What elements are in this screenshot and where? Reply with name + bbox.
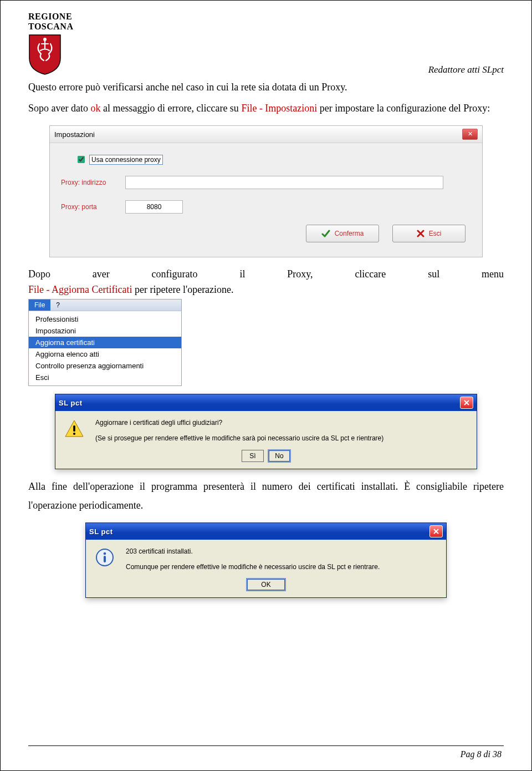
warning-icon — [64, 419, 84, 439]
page-header: REGIONE TOSCANA Redattore atti SLpct — [28, 12, 504, 75]
proxy-address-label: Proxy: indirizzo — [61, 179, 116, 186]
conferma-button[interactable]: Conferma — [306, 225, 379, 242]
menu-item-controllo-aggiornamenti[interactable]: Controllo presenza aggiornamenti — [29, 360, 181, 372]
p3-w5: Proxy, — [287, 268, 313, 280]
paragraph-3: Dopo aver configurato il Proxy, cliccare… — [28, 268, 504, 280]
use-proxy-label: Usa connessione proxy — [89, 155, 163, 165]
paragraph-1: Questo errore può verificarsi anche nel … — [28, 78, 504, 97]
p3-w7: sul — [428, 268, 439, 280]
ok-button[interactable]: OK — [247, 579, 285, 591]
dialog-impostazioni-buttons: Conferma Esci — [61, 225, 466, 242]
p3-w6: cliccare — [355, 268, 386, 280]
close-button[interactable]: ✕ — [462, 129, 478, 140]
menubar: File ? — [29, 300, 181, 311]
dialog-impostazioni-titlebar: Impostazioni ✕ — [50, 126, 482, 143]
proxy-port-row: Proxy: porta — [61, 200, 471, 214]
p2-link-file-impostazioni: File - Impostazioni — [241, 103, 317, 114]
p3-w2: aver — [93, 268, 110, 280]
info-line1: 203 certificati installati. — [126, 547, 437, 555]
region-name-2: TOSCANA — [28, 22, 73, 32]
logo-block: REGIONE TOSCANA — [28, 12, 73, 75]
dialog-confirm-title: SL pct — [59, 399, 83, 407]
menu-item-impostazioni[interactable]: Impostazioni — [29, 325, 181, 337]
p3-w4: il — [239, 268, 245, 280]
p3-w3: configurato — [152, 268, 198, 280]
regione-toscana-shield-icon — [28, 34, 62, 75]
dialog-info-buttons: OK — [86, 579, 446, 597]
proxy-address-input[interactable] — [125, 176, 443, 189]
menu-item-professionisti[interactable]: Professionisti — [29, 313, 181, 325]
dialog-info-titlebar: SL pct — [86, 523, 446, 540]
close-button[interactable] — [429, 525, 443, 537]
p2-ok: ok — [90, 103, 100, 114]
use-proxy-checkbox-row: Usa connessione proxy — [75, 154, 471, 165]
proxy-port-label: Proxy: porta — [61, 203, 116, 211]
footer-rule — [28, 745, 504, 746]
x-icon — [417, 230, 424, 237]
menu-item-aggiorna-certificati[interactable]: Aggiorna certificati — [29, 337, 181, 348]
svg-point-2 — [73, 433, 75, 435]
svg-point-4 — [104, 552, 106, 555]
svg-point-0 — [43, 38, 47, 41]
document-title: Redattore atti SLpct — [428, 64, 504, 75]
dialog-confirm-buttons: Sì No — [55, 450, 477, 469]
info-icon — [95, 547, 115, 567]
close-icon — [463, 399, 470, 406]
esci-label: Esci — [429, 230, 442, 237]
p4-text: per ripetere l'operazione. — [132, 284, 233, 295]
info-line2: Comunque per rendere effettive le modifi… — [126, 563, 437, 571]
proxy-port-input[interactable] — [125, 200, 183, 214]
menubar-file[interactable]: File — [29, 300, 50, 311]
close-button[interactable] — [460, 397, 473, 409]
dialog-info-title: SL pct — [89, 527, 113, 536]
dialog-impostazioni: Impostazioni ✕ Usa connessione proxy Pro… — [49, 125, 483, 257]
p3-w8: menu — [482, 268, 504, 280]
conferma-label: Conferma — [335, 230, 364, 237]
paragraph-2: Sopo aver dato ok al messaggio di errore… — [28, 99, 504, 118]
checkmark-icon — [321, 229, 330, 238]
svg-rect-1 — [73, 425, 75, 432]
confirm-line1: Aggiornare i certificati degli uffici gi… — [95, 419, 468, 427]
menu-items: Professionisti Impostazioni Aggiorna cer… — [29, 311, 181, 385]
p3-w1: Dopo — [28, 268, 50, 280]
p2-text-c: per impostare la configurazione del Prox… — [317, 103, 490, 114]
p2-text-a: Sopo aver dato — [28, 103, 90, 114]
p2-text-b: al messaggio di errore, cliccare su — [100, 103, 241, 114]
file-menu-dropdown: File ? Professionisti Impostazioni Aggio… — [28, 299, 182, 386]
dialog-impostazioni-body: Usa connessione proxy Proxy: indirizzo P… — [50, 143, 482, 257]
esci-button[interactable]: Esci — [392, 225, 466, 242]
svg-rect-5 — [104, 556, 106, 562]
no-button[interactable]: No — [268, 450, 290, 462]
menu-item-aggiorna-elenco-atti[interactable]: Aggiorna elenco atti — [29, 348, 181, 360]
dialog-confirm-titlebar: SL pct — [55, 394, 477, 411]
page-number: Pag 8 di 38 — [461, 749, 502, 759]
confirm-line2: (Se si prosegue per rendere effettive le… — [95, 434, 468, 442]
dialog-info-body: 203 certificati installati. Comunque per… — [86, 540, 446, 579]
dialog-info-text: 203 certificati installati. Comunque per… — [126, 547, 437, 571]
dialog-info-certificati: SL pct 203 certificati installati. Comun… — [85, 523, 447, 598]
proxy-address-row: Proxy: indirizzo — [61, 176, 471, 189]
menu-item-esci[interactable]: Esci — [29, 372, 181, 383]
region-name-1: REGIONE — [28, 12, 73, 22]
paragraph-5: Alla fine dell'operazione il programma p… — [28, 477, 504, 515]
menubar-help[interactable]: ? — [50, 300, 65, 311]
p4-link-file-aggiorna: File - Aggiorna Certificati — [28, 284, 132, 295]
use-proxy-checkbox[interactable] — [78, 156, 85, 163]
dialog-confirm-aggiorna: SL pct Aggiornare i certificati degli uf… — [55, 394, 477, 469]
dialog-impostazioni-title: Impostazioni — [54, 130, 95, 139]
si-button[interactable]: Sì — [242, 450, 264, 462]
close-icon — [433, 528, 439, 535]
paragraph-4: File - Aggiorna Certificati per ripetere… — [28, 280, 504, 299]
dialog-confirm-text: Aggiornare i certificati degli uffici gi… — [95, 419, 468, 442]
dialog-confirm-body: Aggiornare i certificati degli uffici gi… — [55, 411, 477, 450]
document-page: REGIONE TOSCANA Redattore atti SLpct Que… — [0, 0, 532, 771]
